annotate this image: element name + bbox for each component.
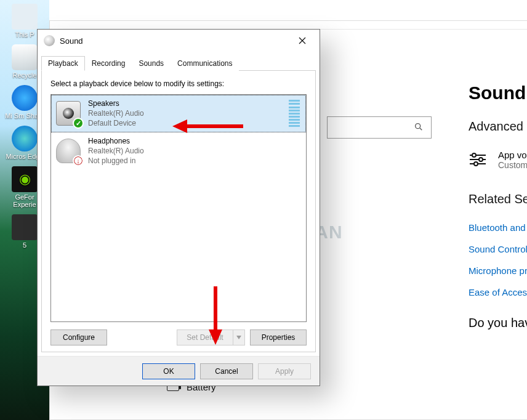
- svg-point-5: [472, 153, 476, 157]
- tab-playback[interactable]: Playback: [41, 56, 85, 71]
- desktop-icon-label: GeFor Experie: [13, 193, 36, 208]
- svg-point-0: [416, 123, 420, 128]
- svg-point-7: [474, 162, 478, 166]
- sound-dialog: Sound Playback Recording Sounds Communic…: [37, 29, 320, 386]
- tab-recording[interactable]: Recording: [85, 56, 132, 71]
- apply-button: Apply: [258, 363, 311, 379]
- close-icon: [299, 37, 306, 44]
- set-default-button: Set Default: [177, 329, 233, 345]
- recycle-bin-icon: [12, 44, 38, 70]
- mixer-icon: [469, 152, 487, 164]
- search-icon: [414, 122, 424, 134]
- window-title: Sound: [60, 36, 83, 46]
- nvidia-icon: [12, 166, 38, 192]
- close-button[interactable]: [289, 31, 316, 50]
- app-volume-sub: Customise app v: [498, 160, 527, 170]
- desktop-icon-label: This P: [15, 31, 34, 38]
- tab-sounds[interactable]: Sounds: [132, 56, 171, 71]
- svg-line-1: [420, 128, 422, 130]
- tab-communications[interactable]: Communications: [171, 56, 239, 71]
- instruction-text: Select a playback device below to modify…: [50, 79, 307, 88]
- cancel-button[interactable]: Cancel: [200, 363, 253, 379]
- settings-titlebar: [50, 21, 527, 30]
- device-name: Speakers: [88, 99, 144, 108]
- svg-point-6: [479, 158, 483, 161]
- annotation-arrow-1: [172, 117, 246, 135]
- titlebar[interactable]: Sound: [38, 30, 320, 52]
- desktop-icon-label: 5: [23, 241, 26, 249]
- page-title: Sound: [469, 83, 527, 103]
- playback-panel: Select a playback device below to modify…: [41, 70, 316, 352]
- question-heading: Do you have a q: [469, 316, 527, 330]
- svg-marker-12: [172, 119, 187, 133]
- link-ease-of-access-audio[interactable]: Ease of Access audio se: [469, 287, 527, 297]
- camera-icon: [12, 214, 38, 240]
- device-driver: Realtek(R) Audio: [88, 108, 144, 118]
- speaker-icon: ✓: [56, 101, 81, 126]
- settings-content: Sound Advanced sound App volume d Custom…: [469, 83, 527, 330]
- link-microphone-privacy[interactable]: Microphone privacy se: [469, 265, 527, 276]
- set-default-dropdown: [233, 329, 245, 345]
- edge-icon: [12, 126, 38, 151]
- app-volume-title: App volume d: [498, 150, 527, 160]
- device-status: Not plugged in: [88, 156, 144, 166]
- device-row-headphones[interactable]: ↓ Headphones Realtek(R) Audio Not plugge…: [51, 132, 306, 170]
- link-bluetooth[interactable]: Bluetooth and other de: [469, 222, 527, 233]
- annotation-arrow-2: [206, 286, 225, 345]
- default-check-badge-icon: ✓: [73, 118, 84, 129]
- chevron-down-icon: [236, 336, 241, 339]
- app-volume-row[interactable]: App volume d Customise app v: [469, 150, 527, 170]
- section-heading-advanced: Advanced sound: [469, 119, 527, 134]
- desktop-icon-label: Recycle: [12, 71, 36, 79]
- svg-marker-10: [236, 336, 241, 339]
- device-driver: Realtek(R) Audio: [88, 146, 144, 156]
- sound-title-icon: [44, 35, 55, 46]
- settings-search[interactable]: [327, 116, 432, 139]
- configure-button[interactable]: Configure: [50, 329, 107, 345]
- device-status: Default Device: [88, 118, 144, 128]
- properties-button[interactable]: Properties: [250, 329, 307, 345]
- tabstrip: Playback Recording Sounds Communications: [38, 52, 320, 70]
- dialog-footer: OK Cancel Apply: [38, 356, 320, 386]
- unplugged-badge-icon: ↓: [73, 155, 84, 166]
- section-heading-related: Related Settings: [469, 192, 527, 206]
- svg-marker-14: [209, 329, 222, 345]
- pc-icon: [12, 4, 38, 30]
- ok-button[interactable]: OK: [142, 363, 195, 379]
- mi-icon: [12, 85, 38, 111]
- link-sound-control-panel[interactable]: Sound Control Panel: [469, 244, 527, 254]
- device-name: Headphones: [88, 136, 144, 146]
- level-meter: [289, 100, 300, 127]
- headphones-icon: ↓: [56, 139, 81, 163]
